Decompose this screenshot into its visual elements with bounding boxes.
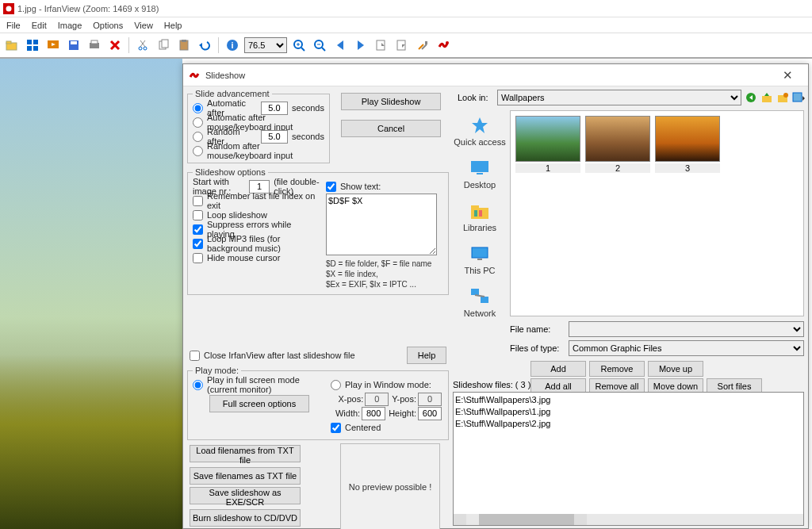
ypos-input[interactable] xyxy=(418,393,442,406)
svg-rect-58 xyxy=(479,210,482,217)
delete-icon[interactable] xyxy=(106,36,124,54)
next-icon[interactable] xyxy=(352,36,370,54)
prev-icon[interactable] xyxy=(331,36,349,54)
filename-combo[interactable] xyxy=(569,321,804,337)
save-icon[interactable] xyxy=(65,36,82,54)
menu-view[interactable]: View xyxy=(129,19,158,32)
place-this-pc[interactable]: This PC xyxy=(453,243,507,275)
height-input[interactable] xyxy=(418,407,442,420)
text-legend: $D = file folder, $F = file name $X = fi… xyxy=(326,259,443,289)
settings-icon[interactable] xyxy=(414,36,431,54)
menu-options[interactable]: Options xyxy=(88,19,128,32)
moveup-button[interactable]: Move up xyxy=(648,361,703,377)
load-txt-button[interactable]: Load filenames from TXT file xyxy=(190,445,301,462)
xpos-input[interactable] xyxy=(365,393,389,406)
svg-rect-5 xyxy=(33,40,38,44)
svg-rect-59 xyxy=(472,247,488,258)
radio-auto-after[interactable] xyxy=(193,103,203,113)
irfan-icon[interactable] xyxy=(435,36,452,54)
chk-loop-mp3[interactable] xyxy=(193,239,203,249)
svg-rect-60 xyxy=(477,259,482,260)
place-network[interactable]: Network xyxy=(453,286,507,318)
print-icon[interactable] xyxy=(86,36,103,54)
svg-rect-11 xyxy=(71,41,77,44)
remove-button[interactable]: Remove xyxy=(589,361,645,377)
radio-window-mode[interactable] xyxy=(331,380,341,390)
radio-fullscreen[interactable] xyxy=(193,380,203,390)
open-icon[interactable] xyxy=(3,36,21,54)
burn-cd-button[interactable]: Burn slideshow to CD/DVD xyxy=(190,509,301,527)
up-folder-icon[interactable] xyxy=(760,91,773,104)
slideshow-dialog: Slideshow ✕ Slide advancement Automatic … xyxy=(182,63,809,529)
show-text-input[interactable]: $D$F $X xyxy=(326,194,437,255)
filetype-combo[interactable]: Common Graphic Files xyxy=(569,340,804,356)
radio-random-after[interactable] xyxy=(193,132,203,142)
cut-icon[interactable] xyxy=(134,36,151,54)
image-viewer xyxy=(0,59,182,529)
thumb-item[interactable]: 2 xyxy=(585,116,650,173)
close-icon[interactable]: ✕ xyxy=(772,68,803,82)
view-menu-icon[interactable] xyxy=(792,91,805,104)
place-quick-access[interactable]: Quick access xyxy=(453,115,507,147)
lookin-combo[interactable]: Wallpapers xyxy=(497,90,741,105)
copy-icon[interactable] xyxy=(155,36,172,54)
filename-label: File name: xyxy=(510,324,565,334)
list-item[interactable]: E:\Stuff\Wallpapers\3.jpg xyxy=(455,394,802,406)
info-icon[interactable]: i xyxy=(224,36,241,54)
fullscreen-options-button[interactable]: Full screen options xyxy=(209,395,309,412)
copy-to-icon[interactable] xyxy=(373,36,390,54)
chk-remember[interactable] xyxy=(193,196,203,206)
place-desktop[interactable]: Desktop xyxy=(453,158,507,190)
menu-file[interactable]: File xyxy=(2,19,25,32)
menu-edit[interactable]: Edit xyxy=(27,19,52,32)
place-libraries[interactable]: Libraries xyxy=(453,201,507,232)
zoom-out-icon[interactable] xyxy=(311,36,328,54)
places-bar: Quick access Desktop Libraries This PC N… xyxy=(453,110,507,329)
paste-icon[interactable] xyxy=(175,36,193,54)
zoom-combo[interactable]: 76.5 xyxy=(244,37,287,53)
back-icon[interactable] xyxy=(745,91,757,104)
menu-help[interactable]: Help xyxy=(159,19,187,32)
svg-rect-62 xyxy=(481,297,488,303)
svg-point-16 xyxy=(139,47,142,50)
slide-advancement-group: Slide advancement Automatic after second… xyxy=(187,89,330,163)
dialog-title-bar[interactable]: Slideshow ✕ xyxy=(183,64,808,86)
chk-suppress[interactable] xyxy=(193,224,203,235)
svg-line-63 xyxy=(475,295,485,297)
svg-marker-34 xyxy=(337,40,343,50)
width-input[interactable] xyxy=(362,407,385,420)
list-item[interactable]: E:\Stuff\Wallpapers\2.jpg xyxy=(455,418,802,430)
radio-auto-mk[interactable] xyxy=(193,117,203,128)
dialog-icon xyxy=(188,69,201,82)
add-button[interactable]: Add xyxy=(530,361,586,377)
save-txt-button[interactable]: Save filenames as TXT file xyxy=(190,467,301,485)
thumb-item[interactable]: 3 xyxy=(655,116,720,173)
thumbnails-icon[interactable] xyxy=(24,36,41,54)
chk-show-text[interactable] xyxy=(326,182,336,192)
svg-rect-23 xyxy=(182,40,186,42)
chk-loop[interactable] xyxy=(193,210,203,220)
cancel-button[interactable]: Cancel xyxy=(341,120,441,137)
svg-rect-57 xyxy=(474,210,477,217)
play-slideshow-button[interactable]: Play Slideshow xyxy=(341,93,441,110)
radio-random-mk[interactable] xyxy=(193,146,203,156)
horizontal-scrollbar[interactable] xyxy=(454,514,803,525)
list-item[interactable]: E:\Stuff\Wallpapers\1.jpg xyxy=(455,406,802,418)
save-exe-button[interactable]: Save slideshow as EXE/SCR xyxy=(190,487,301,504)
thumb-item[interactable]: 1 xyxy=(515,116,580,173)
chk-centered[interactable] xyxy=(331,423,341,433)
svg-rect-21 xyxy=(162,40,168,48)
new-folder-icon[interactable] xyxy=(776,91,789,104)
menu-image[interactable]: Image xyxy=(53,19,87,32)
zoom-in-icon[interactable] xyxy=(290,36,308,54)
undo-icon[interactable] xyxy=(196,36,213,54)
help-button[interactable]: Help xyxy=(407,347,446,364)
chk-hide-cursor[interactable] xyxy=(193,253,203,263)
move-to-icon[interactable] xyxy=(393,36,411,54)
chk-close-after[interactable] xyxy=(190,351,200,361)
file-browser-area[interactable]: 1 2 3 xyxy=(510,110,804,316)
svg-marker-52 xyxy=(472,117,488,133)
slideshow-icon[interactable] xyxy=(44,36,62,54)
svg-rect-53 xyxy=(471,161,488,172)
slideshow-files-list[interactable]: E:\Stuff\Wallpapers\3.jpg E:\Stuff\Wallp… xyxy=(453,392,804,526)
